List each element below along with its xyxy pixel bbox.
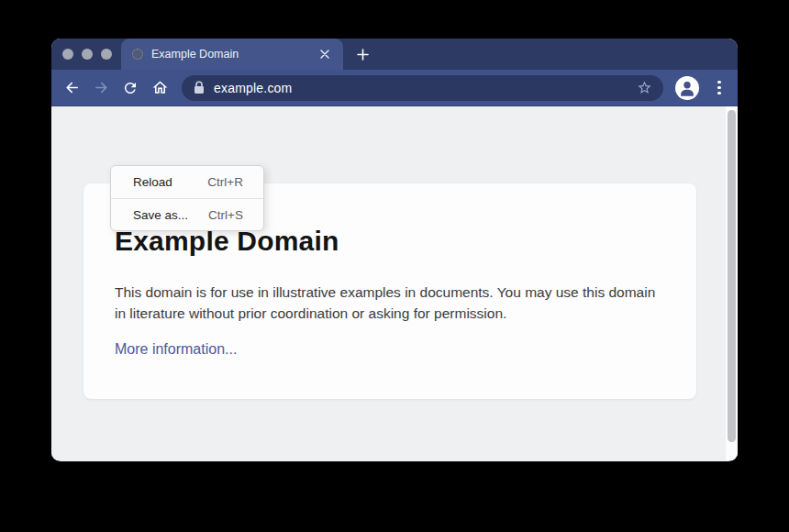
scrollbar-track[interactable] bbox=[726, 106, 738, 460]
window-close-button-icon[interactable] bbox=[62, 49, 73, 60]
tab-title: Example Domain bbox=[151, 48, 317, 61]
page-viewport: Reload Ctrl+R Save as... Ctrl+S Example … bbox=[51, 106, 738, 460]
new-tab-icon[interactable] bbox=[355, 47, 370, 61]
title-bar: Example Domain bbox=[51, 39, 738, 70]
kebab-menu-icon[interactable] bbox=[712, 80, 727, 96]
back-icon[interactable] bbox=[59, 75, 84, 101]
address-bar[interactable]: example.com bbox=[182, 75, 663, 101]
url-text: example.com bbox=[214, 81, 292, 95]
profile-avatar-icon[interactable] bbox=[675, 76, 699, 100]
globe-favicon-icon bbox=[132, 49, 143, 60]
more-information-link[interactable]: More information... bbox=[115, 341, 237, 358]
menu-item-shortcut: Ctrl+R bbox=[207, 175, 243, 189]
home-icon[interactable] bbox=[147, 75, 172, 101]
scrollbar-thumb[interactable] bbox=[728, 110, 736, 442]
browser-tab[interactable]: Example Domain bbox=[121, 39, 343, 70]
window-maximize-button-icon[interactable] bbox=[101, 49, 112, 60]
page-paragraph: This domain is for use in illustrative e… bbox=[115, 282, 656, 324]
reload-icon[interactable] bbox=[117, 75, 143, 101]
tab-close-icon[interactable] bbox=[317, 47, 332, 61]
browser-toolbar: example.com bbox=[51, 70, 738, 106]
menu-item-label: Reload bbox=[133, 175, 172, 189]
bookmark-star-icon[interactable] bbox=[634, 78, 654, 98]
menu-item-save-as[interactable]: Save as... Ctrl+S bbox=[111, 198, 263, 230]
menu-item-reload[interactable]: Reload Ctrl+R bbox=[111, 166, 263, 198]
menu-item-label: Save as... bbox=[133, 208, 188, 222]
menu-item-shortcut: Ctrl+S bbox=[208, 208, 243, 222]
forward-icon[interactable] bbox=[88, 75, 114, 101]
browser-window: Example Domain example.com bbox=[51, 39, 738, 461]
lock-icon bbox=[194, 81, 205, 94]
window-minimize-button-icon[interactable] bbox=[82, 49, 93, 60]
context-menu: Reload Ctrl+R Save as... Ctrl+S bbox=[110, 165, 264, 231]
window-controls bbox=[62, 49, 112, 60]
